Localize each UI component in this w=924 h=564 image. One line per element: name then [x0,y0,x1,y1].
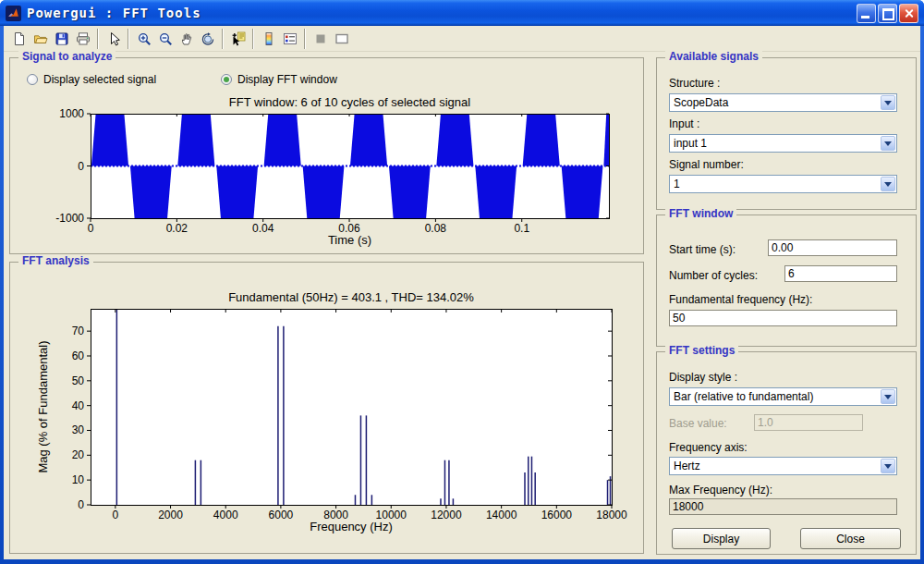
svg-text:0: 0 [88,222,94,235]
svg-text:2000: 2000 [158,509,183,521]
rotate-3d-button[interactable] [197,28,218,49]
svg-text:18000: 18000 [596,509,627,521]
data-cursor-button[interactable] [227,28,249,49]
close-dialog-button[interactable]: Close [800,528,901,549]
base-value-input [754,414,863,431]
toolbar-separator [304,29,306,49]
max-frequency-label: Max Frequency (Hz): [669,484,772,497]
powergui-fft-tools-window: Powergui : FFT Tools [0,0,924,564]
new-file-button[interactable] [8,28,30,49]
max-frequency-input[interactable] [669,498,897,515]
available-signals-group: Available signals Structure : ScopeData … [656,57,917,210]
signal-number-label: Signal number: [669,158,744,171]
svg-text:4000: 4000 [213,509,238,521]
fft-analysis-group: FFT analysis 020004000600080001000012000… [9,262,644,554]
fft-window-title: FFT window [665,207,736,220]
display-style-label: Display style : [669,371,737,384]
display-button[interactable]: Display [672,528,771,549]
save-button[interactable] [51,28,72,49]
toolbar-separator [252,29,254,49]
signal-number-value: 1 [674,178,878,190]
svg-text:1000: 1000 [59,107,84,120]
fft-window-group: FFT window Start time (s): Number of cyc… [656,215,917,347]
signal-number-select[interactable]: 1 [669,175,897,193]
svg-text:Time (s): Time (s) [328,233,371,247]
svg-text:Mag (% of Fundamental): Mag (% of Fundamental) [36,340,50,472]
insert-colorbar-button[interactable] [258,28,279,49]
pan-hand-icon [179,31,194,46]
legend-disabled-button [331,28,352,49]
svg-text:40: 40 [72,399,85,412]
display-style-value: Bar (relative to fundamental) [674,390,878,403]
insert-legend-button[interactable] [279,28,300,49]
svg-text:0.04: 0.04 [252,222,274,235]
window-controls [857,4,918,23]
svg-text:20: 20 [72,448,85,461]
title-bar: Powergui : FFT Tools [0,0,924,26]
gray-square-icon [313,31,328,46]
structure-label: Structure : [669,77,720,90]
new-file-icon [12,31,27,46]
fft-settings-group: FFT settings Display style : Bar (relati… [656,351,917,555]
svg-text:0: 0 [78,160,84,173]
svg-text:Fundamental (50Hz) = 403.1 , T: Fundamental (50Hz) = 403.1 , THD= 134.02… [228,290,474,304]
print-button[interactable] [72,28,93,49]
structure-value: ScopeData [674,96,878,109]
start-time-label: Start time (s): [669,243,736,256]
maximize-button[interactable] [878,4,897,23]
pan-tool-button[interactable] [176,28,197,49]
svg-text:0.1: 0.1 [514,222,529,235]
white-frame-icon [334,31,349,46]
frequency-axis-label: Frequency axis: [669,441,748,454]
close-button[interactable] [899,4,918,23]
zoom-in-button[interactable] [133,28,154,49]
radio-display-selected-signal[interactable]: Display selected signal [27,73,156,86]
minimize-button[interactable] [857,4,876,23]
data-cursor-icon [231,31,246,46]
zoom-in-icon [137,31,152,46]
svg-text:0: 0 [113,509,119,521]
colorbar-icon [261,31,276,46]
svg-text:0: 0 [78,498,84,511]
available-signals-title: Available signals [665,50,762,63]
signal-to-analyze-group: Signal to analyze 00.020.040.060.080.1-1… [9,57,644,254]
print-icon [76,31,91,46]
svg-text:0.08: 0.08 [425,222,447,235]
display-style-select[interactable]: Bar (relative to fundamental) [669,387,897,406]
input-label: Input : [669,117,699,130]
zoom-out-button[interactable] [154,28,176,49]
chevron-down-icon [881,389,895,404]
fft-plot: 0200040006000800010000120001400016000180… [10,263,643,553]
toolbar-separator [222,29,224,49]
pointer-tool-button[interactable] [103,28,124,49]
cycles-input[interactable] [784,265,897,282]
frequency-axis-value: Hertz [674,460,878,472]
colorbar-disabled-button [310,28,331,49]
figure-toolbar [4,26,920,52]
svg-text:16000: 16000 [541,509,573,521]
fundamental-frequency-input[interactable] [669,310,897,326]
radio-circle-icon [221,74,232,85]
toolbar-separator [97,29,99,49]
svg-text:Frequency (Hz): Frequency (Hz) [310,520,393,533]
matlab-logo-icon [6,6,21,21]
svg-text:70: 70 [72,325,85,337]
frequency-axis-select[interactable]: Hertz [669,457,897,475]
svg-text:6000: 6000 [269,509,294,521]
svg-text:FFT window: 6 of 10 cycles of: FFT window: 6 of 10 cycles of selected s… [229,95,470,109]
chevron-down-icon [881,177,895,191]
save-icon [55,31,69,46]
input-select[interactable]: input 1 [669,134,897,153]
radio-display-fft-window[interactable]: Display FFT window [221,73,337,86]
radio-circle-icon [27,74,38,85]
start-time-input[interactable] [768,239,897,256]
svg-text:12000: 12000 [431,509,462,521]
svg-text:0.02: 0.02 [166,222,188,235]
pointer-icon [106,31,121,46]
legend-icon [283,31,298,46]
open-file-button[interactable] [30,28,51,49]
radio-label: Display FFT window [237,73,337,86]
fft-settings-title: FFT settings [665,344,738,357]
open-folder-icon [33,31,48,46]
structure-select[interactable]: ScopeData [669,93,897,112]
